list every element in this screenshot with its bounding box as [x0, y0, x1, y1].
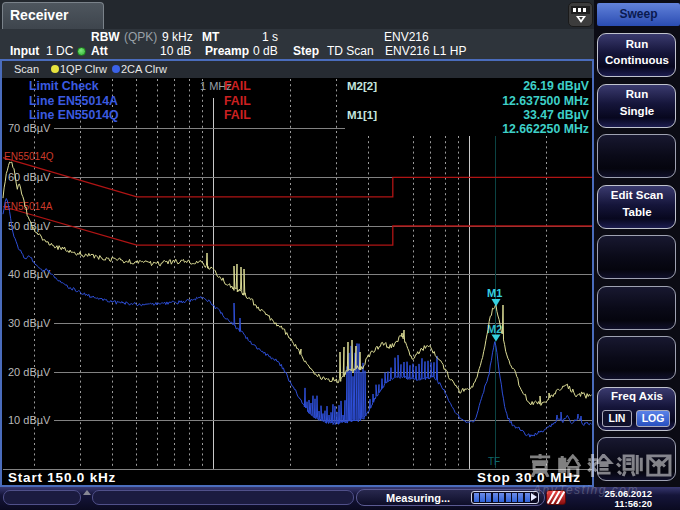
svg-text:70 dBµV: 70 dBµV: [8, 122, 51, 134]
svg-text:FAIL: FAIL: [224, 79, 251, 93]
svg-text:Line EN55014Q: Line EN55014Q: [29, 108, 119, 122]
svg-text:M1[1]: M1[1]: [347, 109, 377, 121]
svg-text:M1: M1: [487, 287, 502, 299]
svg-text:FAIL: FAIL: [224, 108, 251, 122]
svg-text:33.47 dBµV: 33.47 dBµV: [523, 108, 590, 122]
svg-text:10 dBµV: 10 dBµV: [8, 414, 51, 426]
svg-text:30 dBµV: 30 dBµV: [8, 317, 51, 329]
svg-text:12.662250 MHz: 12.662250 MHz: [502, 122, 589, 136]
svg-text:M2[2]: M2[2]: [347, 80, 377, 92]
svg-text:EN55014A: EN55014A: [4, 201, 53, 212]
svg-text:20 dBµV: 20 dBµV: [8, 366, 51, 378]
svg-text:50 dBµV: 50 dBµV: [8, 220, 51, 232]
svg-text:26.19 dBµV: 26.19 dBµV: [523, 79, 590, 93]
svg-text:FAIL: FAIL: [224, 94, 251, 108]
svg-text:12.637500 MHz: 12.637500 MHz: [502, 94, 589, 108]
svg-text:Line EN55014A: Line EN55014A: [29, 94, 118, 108]
svg-text:EN55014Q: EN55014Q: [4, 151, 54, 162]
svg-text:Limit Check: Limit Check: [29, 79, 99, 93]
svg-text:TF: TF: [488, 456, 500, 467]
